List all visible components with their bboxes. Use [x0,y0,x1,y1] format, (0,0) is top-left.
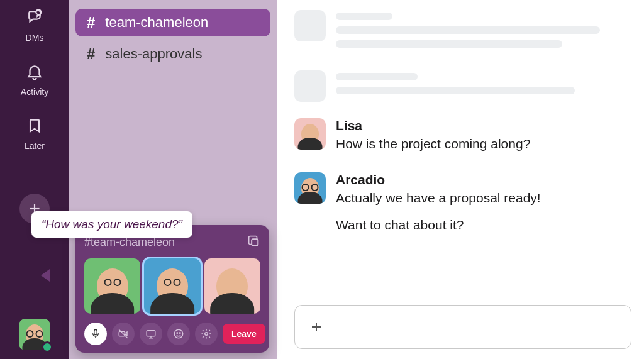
settings-button[interactable] [195,323,218,345]
channel-sidebar: # team-chameleon # sales-approvals “How … [69,0,277,359]
message-pane: Lisa How is the project coming along? Ar… [277,0,644,359]
popout-icon[interactable] [247,234,260,251]
dms-icon [23,6,46,29]
nav-rail: DMs Activity Later [0,0,69,359]
message-author: Lisa [336,118,631,133]
svg-point-13 [177,333,178,334]
channel-name: sales-approvals [105,46,202,62]
svg-line-8 [119,329,128,338]
skeleton-message [294,10,631,54]
presence-indicator [42,341,53,353]
composer-add-button[interactable] [306,317,326,337]
nav-dms-label: DMs [26,33,44,43]
channel-item-sales-approvals[interactable]: # sales-approvals [75,40,270,68]
svg-point-14 [180,333,181,334]
svg-point-15 [205,333,208,336]
participant-tile-active[interactable] [144,258,200,314]
svg-rect-9 [147,331,155,336]
hash-icon: # [87,45,95,63]
channel-item-team-chameleon[interactable]: # team-chameleon [75,9,270,36]
channel-name: team-chameleon [105,14,208,31]
screenshare-button[interactable] [140,323,162,345]
skeleton-message [294,70,631,102]
leave-button[interactable]: Leave [223,324,265,344]
huddle-participants [84,258,260,314]
avatar[interactable] [294,172,326,204]
svg-point-12 [174,329,183,338]
camera-off-button[interactable] [112,323,135,345]
hash-icon: # [87,14,95,31]
message-author: Arcadio [336,172,631,187]
nav-later-label: Later [25,141,45,151]
avatar[interactable] [294,118,326,150]
svg-rect-6 [94,329,97,334]
speech-tail [41,269,50,282]
huddle-panel: “How was your weekend?” #team-chameleon [75,225,269,353]
emoji-button[interactable] [167,323,190,345]
bell-icon [23,60,46,83]
nav-later[interactable]: Later [23,114,46,151]
speech-bubble: “How was your weekend?” [31,211,192,238]
nav-activity-label: Activity [21,87,48,97]
message: Arcadio Actually we have a proposal read… [294,172,631,242]
participant-tile[interactable] [204,258,260,314]
participant-tile[interactable] [84,258,140,314]
mic-button[interactable] [84,323,107,345]
message-text: How is the project coming along? [336,135,631,153]
message: Lisa How is the project coming along? [294,118,631,161]
message-composer[interactable] [294,305,631,349]
message-text: Actually we have a proposal ready! Want … [336,189,631,235]
bookmark-icon [23,114,46,137]
nav-dms[interactable]: DMs [23,6,46,43]
huddle-title: #team-chameleon [84,236,175,249]
self-avatar[interactable] [19,319,50,350]
svg-rect-4 [252,239,258,245]
nav-activity[interactable]: Activity [21,60,48,97]
